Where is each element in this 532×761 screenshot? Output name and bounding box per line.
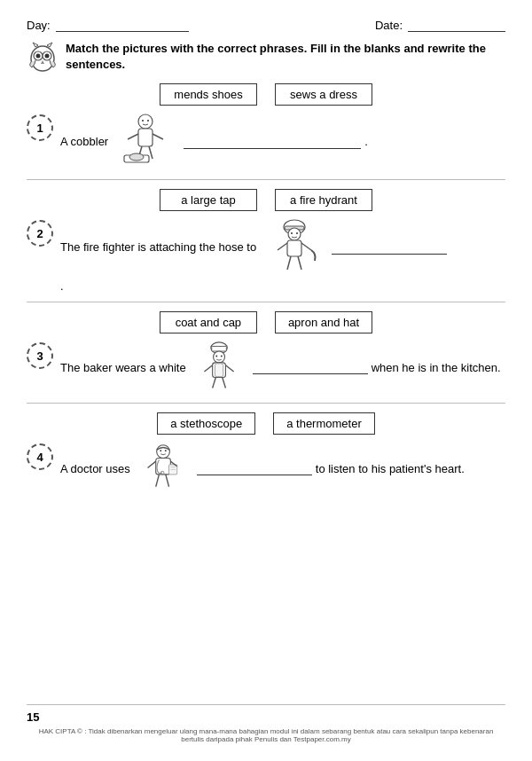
footer-divider — [27, 704, 505, 705]
question-4-badge: 4 — [27, 443, 53, 470]
svg-line-10 — [128, 134, 138, 139]
copyright-text: HAK CIPTA © : Tidak dibenarkan mengeluar… — [27, 727, 505, 743]
svg-line-35 — [212, 378, 215, 388]
q1-text: A cobbler — [60, 135, 108, 148]
svg-line-11 — [153, 134, 163, 139]
phrase-box-4-1: a stethoscope — [157, 412, 255, 435]
svg-point-3 — [36, 54, 41, 59]
question-2-row: 2 The fire fighter is attaching the hose… — [27, 218, 505, 276]
svg-rect-9 — [138, 129, 153, 146]
footer: 15 HAK CIPTA © : Tidak dibenarkan mengel… — [27, 704, 505, 743]
svg-marker-6 — [33, 43, 38, 47]
q2-period: . — [60, 279, 64, 293]
phrase-boxes-1: mends shoes sews a dress — [27, 83, 505, 106]
q1-period: . — [364, 135, 368, 148]
phrase-box-2-2: a fire hydrant — [275, 189, 372, 211]
svg-line-23 — [301, 243, 311, 250]
question-1-badge: 1 — [27, 114, 53, 141]
svg-line-36 — [222, 378, 225, 388]
owl-icon — [27, 41, 59, 73]
phrase-box-1-2: sews a dress — [275, 83, 372, 106]
q4-blank[interactable] — [197, 461, 312, 475]
page-number: 15 — [27, 710, 505, 724]
date-label: Date: — [375, 19, 403, 32]
svg-point-20 — [288, 228, 301, 240]
phrase-boxes-2: a large tap a fire hydrant — [27, 189, 505, 211]
svg-line-47 — [156, 475, 160, 487]
svg-point-17 — [147, 120, 149, 122]
firefighter-figure — [265, 218, 323, 276]
q3-blank[interactable] — [253, 360, 368, 374]
svg-point-50 — [165, 451, 167, 452]
svg-point-30 — [213, 351, 224, 363]
svg-line-34 — [225, 365, 233, 372]
svg-line-45 — [147, 462, 155, 468]
day-label: Day: — [27, 19, 51, 32]
svg-rect-32 — [215, 364, 223, 377]
phrase-box-4-2: a thermometer — [273, 412, 375, 435]
svg-line-25 — [298, 256, 301, 270]
svg-point-26 — [291, 232, 293, 234]
phrase-boxes-3: coat and cap apron and hat — [27, 311, 505, 333]
question-1-row: 1 A cobbler — [27, 113, 505, 170]
svg-line-33 — [204, 365, 212, 372]
question-2-badge: 2 — [27, 220, 53, 247]
q2-blank[interactable] — [332, 240, 447, 255]
svg-point-49 — [160, 451, 161, 452]
divider-2 — [27, 302, 505, 302]
q4-text-after: to listen to his patient's heart. — [316, 462, 465, 475]
section-1: mends shoes sews a dress 1 A cobbler — [27, 83, 505, 170]
svg-point-8 — [138, 114, 153, 129]
q3-text-after: when he is in the kitchen. — [372, 361, 501, 374]
svg-point-16 — [142, 120, 144, 122]
svg-line-13 — [149, 146, 153, 159]
phrase-box-3-2: apron and hat — [275, 311, 372, 333]
section-2: a large tap a fire hydrant 2 The fire fi… — [27, 189, 505, 293]
question-3-badge: 3 — [27, 342, 53, 369]
instructions-row: Match the pictures with the correct phra… — [27, 41, 505, 73]
q1-blank[interactable] — [184, 135, 361, 149]
q2-text: The fire fighter is attaching the hose t… — [60, 240, 256, 254]
header-row: Day: Date: — [27, 18, 505, 32]
phrase-box-3-1: coat and cap — [160, 311, 257, 333]
q3-text-before: The baker wears a white — [60, 361, 186, 374]
section-4: a stethoscope a thermometer 4 A doctor u… — [27, 412, 505, 495]
section-3: coat and cap apron and hat 3 The baker w… — [27, 311, 505, 394]
svg-point-38 — [221, 356, 223, 357]
instructions-text: Match the pictures with the correct phra… — [66, 41, 505, 73]
day-field: Day: — [27, 18, 189, 32]
day-input[interactable] — [56, 18, 189, 32]
divider-3 — [27, 403, 505, 404]
svg-line-48 — [166, 475, 169, 487]
svg-point-37 — [215, 356, 217, 357]
cobbler-figure — [117, 113, 175, 170]
phrase-box-1-1: mends shoes — [160, 83, 257, 106]
divider-1 — [27, 179, 505, 180]
svg-rect-21 — [287, 240, 301, 256]
doctor-figure — [139, 442, 188, 495]
phrase-boxes-4: a stethoscope a thermometer — [27, 412, 505, 435]
date-field: Date: — [375, 18, 505, 32]
worksheet-page: Day: Date: Match the pictures with the c… — [0, 0, 532, 761]
q4-text-before: A doctor uses — [60, 462, 130, 475]
baker-figure — [195, 341, 244, 394]
question-3-row: 3 The baker wears a white — [27, 341, 505, 394]
svg-marker-7 — [47, 43, 52, 47]
svg-point-15 — [129, 153, 144, 161]
svg-rect-29 — [211, 347, 226, 352]
svg-point-27 — [296, 232, 298, 234]
svg-point-4 — [45, 54, 50, 59]
question-4-row: 4 A doctor uses — [27, 442, 505, 495]
svg-line-24 — [287, 256, 291, 270]
date-input[interactable] — [408, 18, 505, 32]
svg-line-22 — [278, 243, 287, 250]
phrase-box-2-1: a large tap — [160, 189, 257, 211]
